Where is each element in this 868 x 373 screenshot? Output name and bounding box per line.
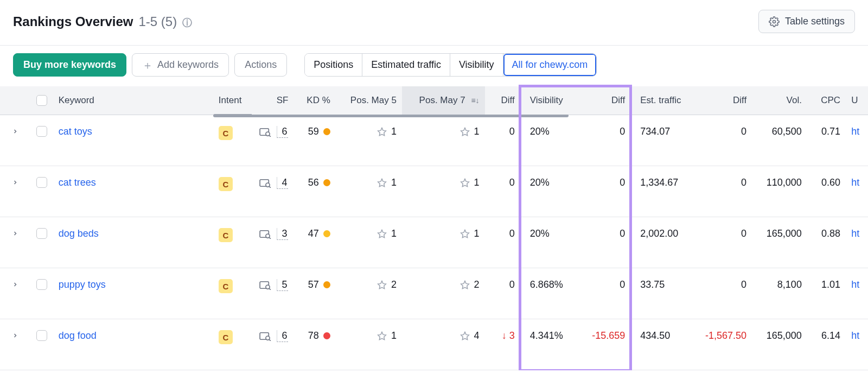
col-est-diff[interactable]: Diff xyxy=(691,86,752,115)
actions-button[interactable]: Actions xyxy=(234,53,287,77)
cpc-value: 6.14 xyxy=(821,330,840,341)
col-url[interactable]: U xyxy=(846,86,868,115)
sf-count[interactable]: 4 xyxy=(277,177,288,189)
sf-count[interactable]: 5 xyxy=(277,279,288,291)
expand-row-icon[interactable] xyxy=(12,228,18,239)
star-icon xyxy=(377,178,387,188)
sort-desc-icon: ≡↓ xyxy=(471,96,479,105)
segment-all-for[interactable]: All for chewy.com xyxy=(503,54,597,76)
segment-est-traffic[interactable]: Estimated traffic xyxy=(362,54,450,76)
keyword-link[interactable]: cat trees xyxy=(59,177,96,188)
est-traffic-value: 2,002.00 xyxy=(640,228,678,239)
keyword-link[interactable]: dog food xyxy=(59,330,97,341)
sf-count[interactable]: 6 xyxy=(277,330,288,342)
pos-may5-value: 2 xyxy=(391,279,397,290)
kd-value: 78 xyxy=(308,330,319,342)
col-keyword[interactable]: Keyword xyxy=(53,86,213,115)
table-row: dog food C 6 78 1 xyxy=(0,319,868,370)
pos-diff-value: 0 xyxy=(509,279,515,290)
est-diff-value: 0 xyxy=(741,177,746,188)
keyword-link[interactable]: dog beds xyxy=(59,228,99,239)
serp-features-icon xyxy=(259,229,271,239)
pos-diff-value: 0 xyxy=(509,228,515,239)
col-intent[interactable]: Intent xyxy=(213,86,252,115)
sf-count[interactable]: 6 xyxy=(277,126,288,138)
col-cpc[interactable]: CPC xyxy=(807,86,846,115)
buy-keywords-button[interactable]: Buy more keywords xyxy=(13,53,126,77)
col-checkbox[interactable] xyxy=(31,86,53,115)
kd-indicator-dot xyxy=(323,332,330,339)
url-link[interactable]: ht xyxy=(851,177,859,188)
star-icon xyxy=(460,280,470,290)
star-icon xyxy=(460,331,470,341)
svg-marker-20 xyxy=(461,281,469,288)
star-icon xyxy=(460,178,470,188)
page-title-range: 1-5 (5) xyxy=(138,14,177,29)
url-link[interactable]: ht xyxy=(851,126,859,137)
star-icon xyxy=(460,229,470,239)
rankings-table-wrapper: Keyword Intent SF KD % Pos. May 5 Pos. M… xyxy=(0,86,868,370)
row-checkbox[interactable] xyxy=(36,330,47,341)
col-sf[interactable]: SF xyxy=(252,86,293,115)
svg-marker-15 xyxy=(461,230,469,237)
svg-line-23 xyxy=(270,339,271,341)
url-link[interactable]: ht xyxy=(851,228,859,239)
col-est-traffic[interactable]: Est. traffic xyxy=(630,86,691,115)
col-visibility[interactable]: Visibility xyxy=(520,86,581,115)
table-settings-label: Table settings xyxy=(785,16,845,27)
intent-badge: C xyxy=(219,279,233,293)
pos-may5-value: 1 xyxy=(391,228,397,239)
info-icon[interactable]: ⓘ xyxy=(182,16,192,29)
col-kd[interactable]: KD % xyxy=(293,86,335,115)
expand-row-icon[interactable] xyxy=(12,126,18,137)
svg-marker-14 xyxy=(378,230,386,237)
svg-point-22 xyxy=(266,336,270,340)
expand-row-icon[interactable] xyxy=(12,330,18,341)
pos-may7-value: 1 xyxy=(474,126,480,137)
segment-positions[interactable]: Positions xyxy=(305,54,362,76)
row-checkbox[interactable] xyxy=(36,126,47,137)
sf-count[interactable]: 3 xyxy=(277,228,288,240)
col-pos-may7[interactable]: Pos. May 7 ≡↓ xyxy=(402,86,485,115)
svg-marker-9 xyxy=(378,179,386,186)
vol-value: 165,000 xyxy=(767,330,802,341)
url-link[interactable]: ht xyxy=(851,279,859,290)
select-all-checkbox[interactable] xyxy=(36,95,47,106)
url-link[interactable]: ht xyxy=(851,330,859,341)
keyword-link[interactable]: cat toys xyxy=(59,126,92,137)
col-pos-diff[interactable]: Diff xyxy=(485,86,520,115)
svg-line-13 xyxy=(270,237,271,239)
cpc-value: 0.71 xyxy=(821,126,840,137)
table-row: cat trees C 4 56 1 xyxy=(0,166,868,217)
pos-may7-value: 1 xyxy=(474,177,480,188)
rankings-table: Keyword Intent SF KD % Pos. May 5 Pos. M… xyxy=(0,86,868,370)
svg-line-8 xyxy=(270,186,271,188)
cpc-value: 0.88 xyxy=(821,228,840,239)
segment-visibility[interactable]: Visibility xyxy=(450,54,503,76)
add-keywords-button[interactable]: ＋ Add keywords xyxy=(132,53,229,77)
col-vis-diff[interactable]: Diff xyxy=(581,86,631,115)
kd-indicator-dot xyxy=(323,179,330,186)
svg-point-12 xyxy=(266,234,270,238)
cpc-value: 0.60 xyxy=(821,177,840,188)
row-checkbox[interactable] xyxy=(36,177,47,188)
row-checkbox[interactable] xyxy=(36,228,47,239)
table-settings-button[interactable]: Table settings xyxy=(758,10,855,33)
vol-value: 110,000 xyxy=(767,177,802,188)
row-checkbox[interactable] xyxy=(36,279,47,290)
col-pos-may5[interactable]: Pos. May 5 xyxy=(336,86,402,115)
pos-may7-value: 1 xyxy=(474,228,480,239)
pos-diff-value: ↓ 3 xyxy=(502,330,515,341)
page-header: Rankings Overview 1-5 (5) ⓘ Table settin… xyxy=(0,0,868,46)
est-diff-value: 0 xyxy=(741,126,746,137)
visibility-value: 20% xyxy=(530,177,550,188)
keyword-link[interactable]: puppy toys xyxy=(59,279,106,290)
kd-value: 59 xyxy=(308,126,319,137)
col-vol[interactable]: Vol. xyxy=(752,86,807,115)
serp-features-icon xyxy=(259,127,271,137)
pos-may5-value: 1 xyxy=(391,330,397,342)
expand-row-icon[interactable] xyxy=(12,177,18,188)
expand-row-icon[interactable] xyxy=(12,279,18,290)
est-traffic-value: 33.75 xyxy=(640,279,665,290)
svg-point-0 xyxy=(773,20,775,23)
